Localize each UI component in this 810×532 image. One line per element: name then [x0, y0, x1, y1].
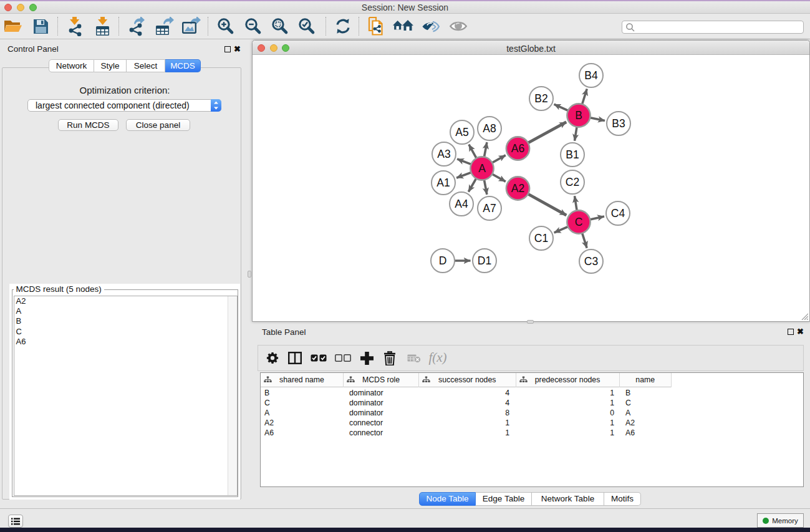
svg-text:C: C: [575, 216, 583, 228]
svg-text:A2: A2: [511, 182, 524, 195]
svg-text:C1: C1: [534, 232, 548, 244]
svg-text:D: D: [439, 254, 447, 267]
svg-text:A7: A7: [483, 202, 496, 215]
svg-text:A1: A1: [436, 177, 450, 189]
svg-text:A5: A5: [455, 126, 468, 138]
svg-text:B3: B3: [612, 117, 625, 130]
svg-text:C3: C3: [584, 255, 598, 268]
svg-text:A8: A8: [483, 122, 496, 135]
svg-text:C2: C2: [566, 176, 579, 188]
svg-text:C4: C4: [611, 207, 625, 220]
svg-text:B2: B2: [534, 92, 547, 105]
svg-text:B4: B4: [584, 69, 598, 82]
svg-text:A6: A6: [511, 142, 524, 155]
svg-text:A3: A3: [437, 148, 450, 160]
svg-text:A4: A4: [455, 198, 468, 210]
svg-text:D1: D1: [478, 254, 491, 267]
svg-text:A: A: [478, 162, 486, 175]
svg-text:B: B: [575, 109, 582, 122]
svg-text:B1: B1: [566, 148, 579, 161]
